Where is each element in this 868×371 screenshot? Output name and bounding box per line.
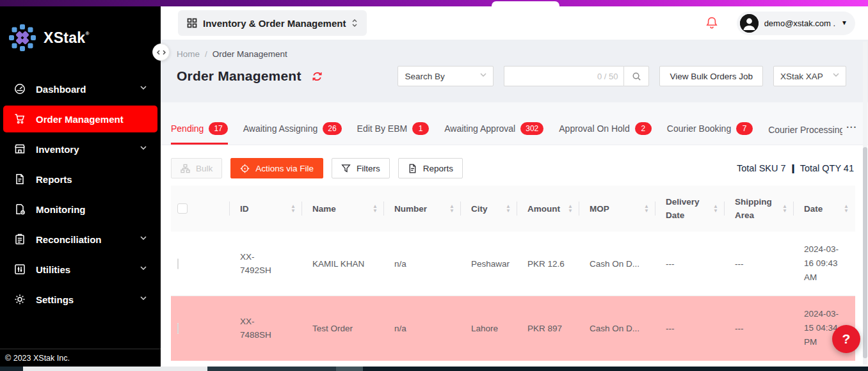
sort-control[interactable]: ▲▼ bbox=[449, 204, 457, 213]
scrollbar-segment bbox=[207, 367, 336, 371]
column-label: MOP bbox=[590, 202, 609, 216]
file-icon bbox=[408, 164, 417, 173]
column-label: Number bbox=[394, 202, 427, 216]
table-row-highlighted[interactable]: XX-7488SH Test Order n/a Lahore PKR 897 … bbox=[171, 296, 855, 361]
column-label: City bbox=[471, 202, 488, 216]
sort-control[interactable]: ▲▼ bbox=[506, 204, 513, 213]
header-shipping-area[interactable]: Shipping Area ▲▼ bbox=[725, 186, 794, 232]
sidebar-item-reports[interactable]: Reports bbox=[0, 166, 161, 193]
row-checkbox[interactable] bbox=[177, 323, 179, 334]
sidebar-item-dashboard[interactable]: Dashboard bbox=[0, 75, 161, 102]
header-city[interactable]: City ▲▼ bbox=[461, 186, 517, 232]
tab-count-badge: 26 bbox=[323, 122, 341, 135]
sort-control[interactable]: ▲▼ bbox=[782, 204, 790, 213]
chevron-down-icon bbox=[140, 236, 147, 242]
sidebar-item-label: Reconciliation bbox=[36, 234, 130, 245]
tab-awaiting-assigning[interactable]: Awaiting Assigning 26 bbox=[243, 122, 342, 145]
sidebar: XStak® Dashboard bbox=[0, 6, 161, 367]
select-all-checkbox[interactable] bbox=[177, 203, 188, 214]
breadcrumb-home-link[interactable]: Home bbox=[177, 49, 200, 59]
dashboard-icon bbox=[14, 83, 26, 95]
sidebar-item-label: Inventory bbox=[36, 144, 130, 155]
header-delivery-date[interactable]: Delivery Date ▲▼ bbox=[655, 186, 725, 232]
cell-mop: Cash On D... bbox=[579, 322, 655, 335]
tab-approval-on-hold[interactable]: Approval On Hold 2 bbox=[559, 122, 652, 145]
sidebar-item-label: Order Management bbox=[36, 114, 147, 125]
view-bulk-orders-job-button[interactable]: View Bulk Orders Job bbox=[659, 66, 763, 86]
orders-table: ID ▲▼ Name ▲▼ Number ▲▼ City ▲▼ bbox=[171, 186, 855, 361]
notification-bell-icon[interactable] bbox=[705, 16, 719, 30]
actions-via-file-button[interactable]: Actions via File bbox=[230, 158, 323, 178]
sidebar-item-label: Reports bbox=[36, 174, 147, 185]
tab-label: Pending bbox=[171, 123, 204, 134]
tab-count-badge: 2 bbox=[635, 122, 652, 135]
app-selector-label: Inventory & Order Management bbox=[203, 18, 346, 29]
sidebar-item-order-management[interactable]: Order Management bbox=[3, 106, 157, 132]
tab-pending[interactable]: Pending 17 bbox=[171, 122, 228, 145]
cell-date: 2024-03-16 09:43 AM bbox=[794, 242, 855, 285]
reports-button[interactable]: Reports bbox=[398, 158, 463, 178]
sidebar-collapse-button[interactable] bbox=[152, 43, 170, 61]
totals: Total SKU 7 | Total QTY 41 bbox=[737, 163, 854, 173]
header-id[interactable]: ID ▲▼ bbox=[230, 186, 302, 232]
tab-awaiting-approval[interactable]: Awaiting Approval 302 bbox=[444, 122, 543, 145]
header-name[interactable]: Name ▲▼ bbox=[302, 186, 384, 232]
user-menu[interactable]: demo@xstak.com . ▼ bbox=[737, 12, 855, 35]
top-bar: Inventory & Order Management bbox=[161, 6, 868, 40]
channel-select[interactable]: XStak XAP bbox=[773, 66, 846, 86]
search-button[interactable] bbox=[623, 66, 649, 86]
clipboard-icon bbox=[14, 233, 26, 245]
table-row[interactable]: XX-7492SH KAMIL KHAN n/a Peshawar PKR 12… bbox=[171, 232, 855, 296]
browser-theme-strip bbox=[0, 0, 868, 6]
tab-count-badge: 1 bbox=[412, 122, 429, 135]
filters-button[interactable]: Filters bbox=[332, 158, 390, 178]
cell-number: n/a bbox=[384, 257, 461, 271]
tab-count-badge: 7 bbox=[736, 122, 753, 135]
refresh-icon[interactable] bbox=[311, 70, 323, 83]
tab-courier-processing[interactable]: Courier Processing bbox=[768, 125, 842, 145]
header-mop[interactable]: MOP ▲▼ bbox=[579, 186, 655, 232]
channel-value: XStak XAP bbox=[780, 72, 823, 81]
vertical-scrollbar bbox=[863, 42, 867, 365]
toolbar-buttons: Bulk Actions via File bbox=[171, 158, 463, 178]
cell-amount: PKR 12.6 bbox=[517, 257, 579, 271]
bulk-button[interactable]: Bulk bbox=[171, 158, 222, 178]
header-number[interactable]: Number ▲▼ bbox=[384, 186, 461, 232]
main-area: Inventory & Order Management bbox=[161, 6, 868, 367]
search-by-select[interactable]: Search By bbox=[398, 66, 494, 86]
sort-control[interactable]: ▲▼ bbox=[373, 204, 380, 213]
chevron-down-icon bbox=[140, 296, 147, 303]
header-select-all bbox=[171, 186, 230, 232]
horizontal-scrollbar-thumb[interactable] bbox=[23, 367, 207, 371]
sidebar-item-utilities[interactable]: Utilities bbox=[0, 256, 161, 283]
tab-edit-by-ebm[interactable]: Edit By EBM 1 bbox=[357, 122, 430, 145]
row-checkbox[interactable] bbox=[177, 258, 179, 269]
cell-id: XX-7488SH bbox=[230, 315, 302, 342]
app-selector[interactable]: Inventory & Order Management bbox=[178, 10, 367, 36]
chevron-down-icon bbox=[140, 86, 147, 92]
header-date[interactable]: Date ▲▼ bbox=[794, 186, 855, 232]
cart-icon bbox=[14, 113, 26, 125]
store-icon bbox=[14, 143, 26, 155]
tab-count-badge: 302 bbox=[520, 122, 543, 135]
sidebar-item-settings[interactable]: Settings bbox=[0, 286, 161, 313]
vertical-scrollbar-thumb[interactable] bbox=[863, 147, 867, 358]
sidebar-item-monitoring[interactable]: Monitoring bbox=[0, 196, 161, 223]
help-button[interactable]: ? bbox=[832, 325, 860, 353]
user-email: demo@xstak.com . bbox=[764, 19, 835, 28]
sort-control[interactable]: ▲▼ bbox=[713, 204, 721, 213]
search-input[interactable] bbox=[510, 72, 597, 81]
tab-courier-booking[interactable]: Courier Booking 7 bbox=[667, 122, 753, 145]
tab-label: Courier Processing bbox=[768, 125, 842, 135]
caret-down-icon: ▼ bbox=[841, 20, 848, 26]
sort-control[interactable]: ▲▼ bbox=[568, 204, 575, 213]
sidebar-item-reconciliation[interactable]: Reconciliation bbox=[0, 226, 161, 253]
sort-control[interactable]: ▲▼ bbox=[844, 204, 851, 213]
cell-name: Test Order bbox=[302, 322, 384, 335]
tabs-more-button[interactable]: ··· bbox=[846, 122, 857, 145]
header-amount[interactable]: Amount ▲▼ bbox=[517, 186, 579, 232]
sort-control[interactable]: ▲▼ bbox=[644, 204, 652, 213]
scrollbar-segment bbox=[336, 367, 363, 371]
sidebar-item-inventory[interactable]: Inventory bbox=[0, 136, 161, 162]
sort-control[interactable]: ▲▼ bbox=[291, 204, 298, 213]
